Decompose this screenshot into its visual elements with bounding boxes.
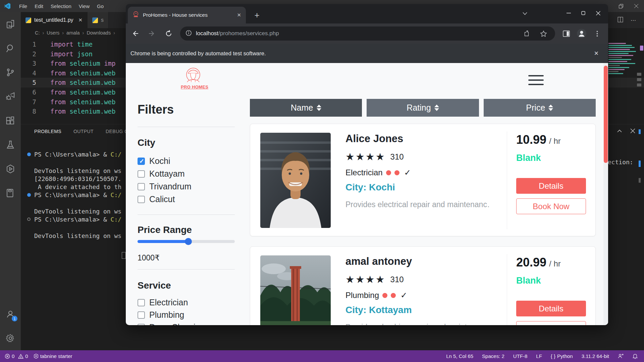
ruler-mark-gray [637, 78, 641, 81]
account-icon[interactable]: 1 [0, 302, 21, 326]
page-scrollbar[interactable] [603, 63, 608, 325]
back-button[interactable] [128, 26, 143, 41]
search-icon[interactable] [0, 36, 21, 60]
chrome-menu-icon[interactable] [591, 27, 603, 40]
bookmark-star-icon[interactable] [537, 27, 550, 40]
python-version-status[interactable]: 3.11.2 64-bit [579, 353, 612, 359]
forward-button[interactable] [145, 26, 159, 41]
menu-go[interactable]: Go [93, 2, 107, 10]
reload-button[interactable] [161, 26, 176, 41]
filter-checkbox-kochi[interactable]: Kochi [138, 156, 170, 166]
editor-tab-second[interactable]: s [88, 12, 109, 28]
settings-gear-icon[interactable] [0, 326, 21, 350]
price-range-slider[interactable] [138, 240, 235, 243]
prohomes-page: PRO HOMES Filters City Kochi Kottayam Tr… [126, 63, 608, 325]
chrome-tab-close-icon[interactable]: ✕ [237, 12, 241, 18]
availability-status: Blank [516, 276, 587, 286]
panel-tab-problems[interactable]: PROBLEMS [34, 129, 61, 134]
menu-view[interactable]: View [75, 2, 93, 10]
details-button[interactable]: Details [516, 301, 586, 316]
filter-checkbox-deep-cleaning[interactable]: Deep Cleaning [138, 322, 205, 325]
checkbox[interactable] [138, 196, 145, 203]
filter-checkbox-plumbing[interactable]: Plumbing [138, 310, 184, 320]
chrome-minimize-button[interactable] [561, 7, 576, 19]
tab-search-chevron-icon[interactable] [519, 9, 531, 18]
breadcrumb-item[interactable]: Users [47, 30, 66, 36]
checkbox-label: Plumbing [149, 310, 184, 320]
address-bar[interactable]: localhost/prohomes/services.php [180, 26, 555, 41]
cursor-position-status[interactable]: Ln 5, Col 65 [443, 353, 476, 359]
hexagon-tool-icon[interactable] [0, 157, 21, 181]
results-area: Name Rating Price [250, 63, 596, 325]
breadcrumb-item[interactable]: C: [35, 30, 47, 36]
more-actions-icon[interactable]: ⋯ [631, 17, 636, 23]
command-success-dot [27, 193, 31, 197]
checkbox[interactable] [138, 311, 145, 319]
filter-checkbox-calicut[interactable]: Calicut [138, 194, 175, 204]
profile-avatar[interactable] [575, 27, 588, 40]
explorer-icon[interactable] [0, 12, 21, 36]
book-now-button[interactable]: Book Now [516, 198, 586, 214]
sort-by-name-button[interactable]: Name [250, 99, 362, 117]
breadcrumb-item[interactable]: Downloads [87, 30, 118, 36]
notebook-icon[interactable] [0, 181, 21, 205]
breadcrumb-item[interactable]: amala [66, 30, 87, 36]
extensions-icon[interactable] [0, 109, 21, 133]
checkbox-label: Calicut [149, 194, 175, 204]
testing-icon[interactable] [0, 133, 21, 157]
editor-tab-test-untitled1[interactable]: test_untitled1.py ✕ [21, 12, 88, 28]
chrome-close-button[interactable] [591, 7, 605, 19]
menu-selection[interactable]: Selection [47, 2, 75, 10]
side-panel-icon[interactable] [560, 27, 573, 40]
account-badge: 1 [12, 316, 17, 321]
checkbox-label: Kochi [149, 156, 170, 166]
details-button[interactable]: Details [516, 178, 586, 194]
page-scrollbar-thumb[interactable] [604, 66, 608, 163]
editor-actions: ⋯ [618, 12, 636, 28]
minimap[interactable] [608, 43, 637, 74]
chrome-maximize-button[interactable] [576, 7, 591, 19]
indentation-status[interactable]: Spaces: 2 [479, 353, 507, 359]
checkbox-checked[interactable] [138, 158, 145, 165]
filter-checkbox-trivandrum[interactable]: Trivandrum [138, 182, 192, 191]
checkbox[interactable] [138, 324, 145, 325]
menu-file[interactable]: File [15, 2, 31, 10]
share-icon[interactable] [520, 27, 533, 40]
chrome-tab-prohomes[interactable]: ProHomes - House services ✕ [128, 7, 246, 23]
checkbox[interactable] [138, 170, 145, 178]
checkbox[interactable] [138, 299, 145, 306]
eol-status[interactable]: LF [533, 353, 545, 359]
problems-status[interactable]: 0 0 [2, 350, 31, 362]
price-value: 20.99 [516, 255, 546, 269]
checkbox[interactable] [138, 183, 145, 190]
run-debug-icon[interactable] [0, 84, 21, 109]
book-now-button[interactable]: Book Now [516, 321, 586, 325]
sort-by-rating-button[interactable]: Rating [367, 99, 479, 117]
notice-close-icon[interactable]: ✕ [594, 50, 599, 57]
panel-maximize-icon[interactable] [617, 128, 622, 135]
tabnine-status[interactable]: tabnine starter [31, 350, 75, 362]
language-mode-status[interactable]: { }Python [548, 353, 576, 359]
sort-by-price-button[interactable]: Price [484, 99, 596, 117]
notifications-bell-icon[interactable] [630, 353, 641, 359]
split-editor-icon[interactable] [618, 17, 623, 24]
menu-edit[interactable]: Edit [31, 2, 47, 10]
source-control-icon[interactable] [0, 60, 21, 84]
vscode-restore-button[interactable] [613, 0, 629, 12]
ruler-mark-purple [640, 46, 643, 51]
tab-close-icon[interactable]: ✕ [78, 17, 83, 23]
feedback-icon[interactable] [615, 353, 626, 359]
site-info-icon[interactable] [185, 30, 192, 38]
provider-card-alice-jones: Alice Jones ★★★★ 310 Electrician ✓ City:… [250, 124, 596, 236]
encoding-status[interactable]: UTF-8 [511, 353, 530, 359]
slider-thumb[interactable] [185, 238, 192, 245]
new-tab-button[interactable]: + [251, 9, 263, 21]
filter-checkbox-kottayam[interactable]: Kottayam [138, 169, 185, 179]
panel-close-icon[interactable] [630, 128, 635, 134]
vscode-close-button[interactable] [629, 0, 644, 12]
filter-checkbox-electrician[interactable]: Electrician [138, 298, 188, 307]
chrome-window: ProHomes - House services ✕ + [126, 4, 608, 325]
provider-name: amal antoney [345, 255, 496, 267]
panel-tab-output[interactable]: OUTPUT [73, 129, 94, 134]
url-text[interactable]: localhost/prohomes/services.php [196, 30, 516, 37]
